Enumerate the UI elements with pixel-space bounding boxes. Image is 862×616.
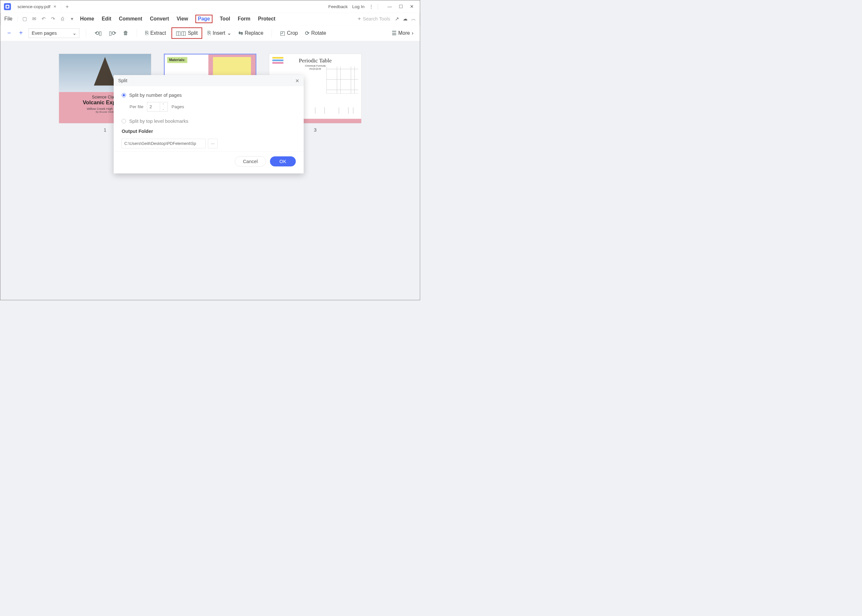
rotate-right-button[interactable]: ▯⟳ (107, 28, 118, 38)
chevron-right-icon: › (412, 30, 413, 36)
rotate-icon: ⟳ (305, 30, 309, 36)
titlebar: science-copy.pdf × + Feedback Log In ⋮ —… (0, 0, 420, 13)
new-file-icon[interactable]: ▢ (21, 16, 28, 22)
zoom-out-button[interactable]: − (5, 29, 13, 37)
kebab-menu-icon[interactable]: ⋮ (369, 4, 374, 9)
materials-label: Materials: (167, 57, 187, 63)
radio-split-by-pages[interactable] (121, 93, 126, 97)
extract-button[interactable]: ⎘Extract (144, 28, 168, 38)
mail-icon[interactable]: ✉ (31, 16, 37, 22)
chevron-down-icon: ⌄ (72, 30, 76, 36)
maximize-button[interactable]: ☐ (396, 3, 405, 10)
menu-convert[interactable]: Convert (149, 15, 169, 23)
menu-home[interactable]: Home (80, 15, 94, 23)
redo-icon[interactable]: ↷ (50, 16, 57, 22)
tab-title: science-copy.pdf (17, 4, 50, 9)
menu-edit[interactable]: Edit (101, 15, 111, 23)
search-tools[interactable]: ✦ Search Tools (357, 16, 390, 22)
crop-icon: ◰ (280, 30, 285, 36)
ok-button[interactable]: OK (270, 156, 296, 167)
menu-form[interactable]: Form (237, 15, 251, 23)
close-window-button[interactable]: ✕ (407, 3, 416, 10)
page-filter-dropdown[interactable]: Even pages ⌄ (28, 28, 79, 38)
split-button[interactable]: ◫◫Split (171, 27, 203, 39)
spinner-up-icon[interactable]: ⌃ (160, 102, 166, 107)
minimize-button[interactable]: — (385, 3, 394, 10)
page-number: 3 (314, 127, 317, 132)
share-icon[interactable]: ↗ (395, 16, 399, 22)
radio-label-pages: Split by number of pages (129, 93, 182, 98)
pages-per-file-input[interactable] (147, 104, 160, 110)
split-icon: ◫◫ (176, 30, 186, 36)
main-menu: Home Edit Comment Convert View Page Tool… (80, 15, 276, 23)
sticky-note (213, 57, 251, 76)
pages-label: Pages (171, 104, 184, 110)
menu-tool[interactable]: Tool (220, 15, 231, 23)
print-icon[interactable]: ⎙ (59, 16, 66, 22)
spinner-down-icon[interactable]: ⌄ (160, 107, 166, 112)
menu-view[interactable]: View (176, 15, 188, 23)
page-thumbnails-area: Science Class Volcanic Experim Willow Cr… (0, 41, 420, 300)
undo-icon[interactable]: ↶ (40, 16, 47, 22)
bulb-icon: ✦ (357, 16, 361, 22)
page-filter-value: Even pages (32, 30, 57, 36)
cloud-icon[interactable]: ☁ (403, 16, 408, 22)
replace-button[interactable]: ⇆Replace (237, 28, 265, 38)
trash-icon: 🗑 (123, 30, 129, 36)
new-tab-button[interactable]: + (66, 3, 69, 10)
delete-page-button[interactable]: 🗑 (121, 28, 130, 38)
radio-label-bookmarks: Split by top level bookmarks (129, 119, 188, 124)
page-number: 1 (104, 127, 106, 132)
pages-per-file-spinner[interactable]: ⌃ ⌄ (147, 102, 168, 112)
split-dialog: Split ✕ Split by number of pages Per fil… (114, 75, 304, 173)
chevron-down-icon: ⌄ (227, 30, 231, 36)
app-logo-icon (4, 3, 11, 10)
menu-protect[interactable]: Protect (258, 15, 276, 23)
menu-comment[interactable]: Comment (119, 15, 143, 23)
login-link[interactable]: Log In (352, 4, 364, 9)
customize-icon[interactable]: ▾ (69, 16, 75, 22)
document-tab[interactable]: science-copy.pdf × (14, 2, 61, 11)
per-file-label: Per file (130, 104, 143, 110)
replace-icon: ⇆ (239, 30, 243, 36)
rotate-right-icon: ▯⟳ (109, 30, 116, 36)
zoom-in-button[interactable]: + (17, 29, 25, 37)
insert-button[interactable]: ⎘Insert ⌄ (206, 28, 233, 38)
output-folder-label: Output Folder (121, 129, 295, 134)
crop-button[interactable]: ◰Crop (278, 28, 300, 38)
file-menu[interactable]: File (4, 16, 13, 22)
cancel-button[interactable]: Cancel (235, 156, 266, 167)
collapse-ribbon-icon[interactable]: ︿ (411, 16, 416, 22)
output-folder-input[interactable] (121, 139, 205, 148)
insert-icon: ⎘ (207, 30, 211, 36)
rotate-left-icon: ⟲▯ (94, 30, 102, 36)
periodic-title: Periodic Table (273, 57, 358, 64)
periodic-grid (327, 67, 358, 94)
menubar: File ▢ ✉ ↶ ↷ ⎙ ▾ Home Edit Comment Conve… (0, 13, 420, 25)
more-icon: ☰ (392, 30, 397, 36)
volcano-illustration (94, 57, 116, 86)
search-tools-placeholder: Search Tools (363, 16, 390, 22)
dialog-title: Split (118, 78, 127, 83)
menu-page[interactable]: Page (195, 15, 212, 23)
browse-folder-button[interactable]: ··· (208, 139, 218, 148)
rotate-left-button[interactable]: ⟲▯ (93, 28, 104, 38)
dialog-close-button[interactable]: ✕ (295, 78, 299, 83)
extract-icon: ⎘ (145, 30, 148, 36)
close-tab-icon[interactable]: × (53, 4, 57, 9)
radio-split-by-bookmarks[interactable] (121, 119, 126, 123)
more-button[interactable]: ☰More › (390, 28, 415, 38)
feedback-link[interactable]: Feedback (328, 4, 348, 9)
rotate-button[interactable]: ⟳Rotate (303, 28, 328, 38)
page-toolbar: − + Even pages ⌄ ⟲▯ ▯⟳ 🗑 ⎘Extract ◫◫Spli… (0, 25, 420, 41)
